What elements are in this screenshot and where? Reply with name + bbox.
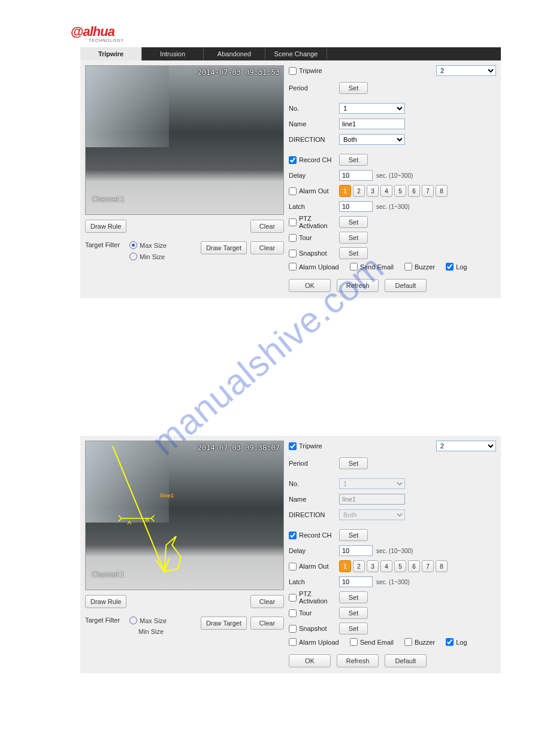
record-ch-checkbox[interactable]: [289, 156, 297, 164]
alarm-num-1[interactable]: 1: [339, 185, 351, 197]
alarm-num-8-b[interactable]: 8: [436, 560, 448, 572]
tour-label: Tour: [299, 234, 312, 241]
buzzer-toggle[interactable]: Buzzer: [404, 263, 435, 271]
tab-intrusion[interactable]: Intrusion: [142, 47, 204, 60]
alarm-upload-toggle-2[interactable]: Alarm Upload: [289, 638, 339, 646]
alarm-num-3-b[interactable]: 3: [367, 560, 379, 572]
log-checkbox[interactable]: [446, 263, 454, 271]
send-email-checkbox[interactable]: [350, 263, 358, 271]
max-size-radio-2[interactable]: Max Size: [129, 617, 167, 624]
alarm-num-1-b[interactable]: 1: [339, 560, 351, 572]
no-select[interactable]: 1: [339, 103, 405, 114]
delay-input[interactable]: [339, 170, 373, 181]
record-ch-toggle-2[interactable]: Record CH: [289, 532, 339, 539]
tripwire-checkbox[interactable]: [289, 67, 297, 75]
buzzer-checkbox[interactable]: [404, 263, 412, 271]
log-checkbox-2[interactable]: [446, 638, 454, 646]
tour-toggle-2[interactable]: Tour: [289, 609, 339, 617]
buzzer-checkbox-2[interactable]: [404, 638, 412, 646]
alarm-num-2-b[interactable]: 2: [353, 560, 365, 572]
draw-rule-button-2[interactable]: Draw Rule: [85, 595, 126, 608]
max-size-radio[interactable]: Max Size: [129, 241, 167, 249]
log-toggle[interactable]: Log: [446, 263, 467, 271]
default-button-2[interactable]: Default: [385, 654, 427, 667]
video-preview-2[interactable]: 2014-07-03 09:38:07 Channel:1 A B line1: [85, 441, 284, 590]
buzzer-toggle-2[interactable]: Buzzer: [404, 638, 435, 646]
tripwire-enable[interactable]: Tripwire: [289, 67, 322, 75]
ptz-set-button-2[interactable]: Set: [339, 591, 368, 603]
snapshot-toggle[interactable]: Snapshot: [289, 250, 339, 257]
record-set-button[interactable]: Set: [339, 154, 368, 166]
alarm-num-4[interactable]: 4: [380, 185, 392, 197]
direction-select[interactable]: Both: [339, 134, 405, 145]
latch-input[interactable]: [339, 201, 373, 212]
ptz-checkbox[interactable]: [289, 218, 297, 226]
rule-index-select[interactable]: 2: [436, 65, 496, 76]
alarm-num-6-b[interactable]: 6: [408, 560, 420, 572]
tour-set-button[interactable]: Set: [339, 232, 368, 244]
alarm-out-toggle[interactable]: Alarm Out: [289, 187, 339, 195]
tab-tripwire[interactable]: Tripwire: [80, 47, 142, 60]
alarm-upload-checkbox-2[interactable]: [289, 638, 297, 646]
record-ch-checkbox-2[interactable]: [289, 532, 297, 539]
tab-scene-change[interactable]: Scene Change: [265, 47, 327, 60]
tripwire-enable-2[interactable]: Tripwire: [289, 442, 322, 450]
snapshot-checkbox-2[interactable]: [289, 625, 297, 633]
log-toggle-2[interactable]: Log: [446, 638, 467, 646]
refresh-button-2[interactable]: Refresh: [337, 654, 379, 667]
default-button[interactable]: Default: [385, 279, 427, 292]
alarm-upload-checkbox[interactable]: [289, 263, 297, 271]
alarm-num-6[interactable]: 6: [408, 185, 420, 197]
ok-button[interactable]: OK: [289, 279, 331, 292]
snapshot-toggle-2[interactable]: Snapshot: [289, 625, 339, 633]
clear-target-button[interactable]: Clear: [250, 241, 284, 254]
clear-rule-button[interactable]: Clear: [250, 220, 284, 233]
alarm-out-toggle-2[interactable]: Alarm Out: [289, 563, 339, 570]
ok-button-2[interactable]: OK: [289, 654, 331, 667]
record-set-button-2[interactable]: Set: [339, 529, 368, 541]
clear-rule-button-2[interactable]: Clear: [250, 595, 284, 608]
tab-abandoned[interactable]: Abandoned: [204, 47, 265, 60]
tour-checkbox-2[interactable]: [289, 609, 297, 617]
tour-set-button-2[interactable]: Set: [339, 607, 368, 619]
snapshot-set-button[interactable]: Set: [339, 247, 368, 259]
ptz-set-button[interactable]: Set: [339, 216, 368, 228]
video-preview[interactable]: 2014-07-03 09:31:53 Channel:1: [85, 65, 284, 215]
draw-target-button-2[interactable]: Draw Target: [201, 617, 247, 630]
send-email-toggle[interactable]: Send Email: [350, 263, 394, 271]
rule-index-select-2[interactable]: 2: [436, 441, 496, 451]
alarm-num-4-b[interactable]: 4: [380, 560, 392, 572]
alarm-num-5[interactable]: 5: [394, 185, 406, 197]
name-input[interactable]: [339, 119, 405, 129]
ptz-toggle-2[interactable]: PTZ Activation: [289, 590, 339, 605]
alarm-num-3[interactable]: 3: [367, 185, 379, 197]
alarm-out-checkbox[interactable]: [289, 187, 297, 195]
alarm-num-2[interactable]: 2: [353, 185, 365, 197]
alarm-upload-toggle[interactable]: Alarm Upload: [289, 263, 339, 271]
draw-target-button[interactable]: Draw Target: [201, 241, 247, 254]
ptz-checkbox-2[interactable]: [289, 594, 297, 602]
clear-target-button-2[interactable]: Clear: [250, 617, 284, 630]
ptz-toggle[interactable]: PTZ Activation: [289, 215, 339, 229]
alarm-num-8[interactable]: 8: [436, 185, 448, 197]
snapshot-set-button-2[interactable]: Set: [339, 623, 368, 634]
alarm-num-7-b[interactable]: 7: [422, 560, 434, 572]
draw-rule-button[interactable]: Draw Rule: [85, 220, 126, 233]
tour-checkbox[interactable]: [289, 234, 297, 242]
tour-toggle[interactable]: Tour: [289, 234, 339, 242]
alarm-num-7[interactable]: 7: [422, 185, 434, 197]
period-set-button[interactable]: Set: [339, 82, 368, 94]
period-set-button-2[interactable]: Set: [339, 457, 368, 469]
send-email-toggle-2[interactable]: Send Email: [350, 638, 394, 646]
tripwire-checkbox-2[interactable]: [289, 442, 297, 450]
latch-input-2[interactable]: [339, 576, 373, 587]
refresh-button[interactable]: Refresh: [337, 279, 379, 292]
record-ch-toggle[interactable]: Record CH: [289, 156, 339, 164]
alarm-num-5-b[interactable]: 5: [394, 560, 406, 572]
alarm-out-checkbox-2[interactable]: [289, 563, 297, 570]
delay-input-2[interactable]: [339, 545, 373, 556]
snapshot-checkbox[interactable]: [289, 250, 297, 257]
min-size-radio-2[interactable]: Min Size: [129, 628, 167, 635]
send-email-checkbox-2[interactable]: [350, 638, 358, 646]
min-size-radio[interactable]: Min Size: [129, 253, 167, 260]
